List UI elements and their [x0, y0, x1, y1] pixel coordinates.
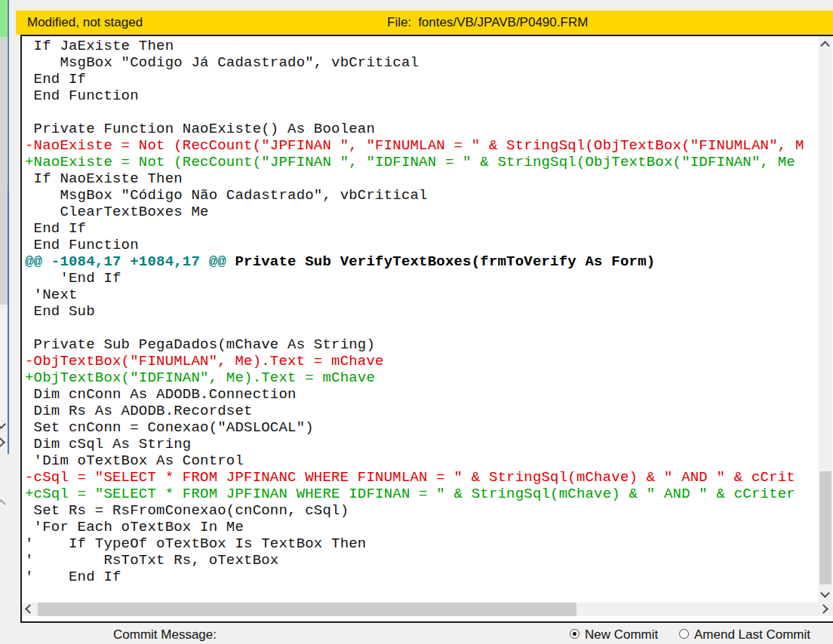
diff-line[interactable]: +NaoExiste = Not (RecCount("JPFINAN ", "… [25, 154, 819, 170]
diff-line[interactable]: +cSql = "SELECT * FROM JPFINAN WHERE IDF… [25, 486, 819, 502]
scroll-up-icon[interactable] [0, 499, 6, 509]
diff-line[interactable]: End Sub [25, 303, 819, 320]
diff-text-area[interactable]: If JaExiste Then MsgBox "Codigo Já Cadas… [22, 36, 819, 603]
file-status-label: Modified, not staged [27, 15, 143, 30]
diff-line[interactable]: Private Sub PegaDados(mChave As String) [25, 336, 819, 353]
diff-line[interactable]: +ObjTextBox("IDFINAN", Me).Text = mChave [25, 370, 819, 386]
diff-line[interactable]: 'Next [25, 287, 819, 303]
diff-header: Modified, not staged File:fontes/VB/JPAV… [16, 11, 833, 35]
diff-line[interactable]: @@ -1084,17 +1084,17 @@ Private Sub Veri… [25, 253, 819, 270]
file-path: fontes/VB/JPAVB/P0490.FRM [418, 15, 588, 29]
scroll-left-icon[interactable] [25, 604, 35, 614]
diff-line[interactable] [25, 320, 819, 336]
file-path-label: File:fontes/VB/JPAVB/P0490.FRM [387, 15, 588, 30]
scroll-right-icon[interactable] [819, 604, 828, 614]
diff-line[interactable]: Set Rs = RsFromConexao(cnConn, cSql) [25, 502, 819, 519]
diff-line[interactable]: ClearTextBoxes Me [25, 204, 819, 220]
horizontal-scrollbar-thumb[interactable] [38, 603, 576, 616]
diff-line[interactable]: MsgBox "Código Não Cadastrado", vbCritic… [25, 187, 819, 204]
new-commit-radio[interactable] [570, 629, 579, 639]
diff-line[interactable]: ' RsToTxt Rs, oTextBox [25, 552, 819, 569]
diff-line[interactable]: Dim Rs As ADODB.Recordset [25, 403, 819, 419]
diff-line[interactable]: -ObjTextBox("FINUMLAN", Me).Text = mChav… [25, 353, 819, 370]
amend-last-commit-radio[interactable] [679, 629, 689, 639]
scroll-right-icon[interactable] [0, 437, 5, 447]
scroll-down-icon[interactable] [0, 419, 6, 429]
diff-line[interactable]: Dim cnConn As ADODB.Connection [25, 386, 819, 403]
diff-line[interactable]: Private Function NaoExiste() As Boolean [25, 121, 819, 137]
diff-line[interactable]: -NaoExiste = Not (RecCount("JPFINAN ", "… [25, 137, 819, 154]
diff-horizontal-scrollbar[interactable] [22, 603, 833, 616]
commit-message-label: Commit Message: [113, 627, 217, 642]
diff-line[interactable]: Set cnConn = Conexao("ADSLOCAL") [25, 419, 819, 436]
diff-line[interactable]: ' End If [25, 569, 819, 585]
diff-line[interactable]: If JaExiste Then [25, 38, 819, 54]
diff-line[interactable]: -cSql = "SELECT * FROM JPFINANC WHERE FI… [25, 469, 819, 486]
diff-line[interactable]: 'End If [25, 270, 819, 287]
scroll-up-icon[interactable] [820, 41, 830, 51]
staged-file-icon[interactable] [0, 0, 8, 37]
diff-line[interactable]: End Function [25, 237, 819, 253]
diff-line[interactable]: 'For Each oTextBox In Me [25, 519, 819, 535]
vertical-scrollbar-thumb[interactable] [819, 471, 831, 584]
scroll-down-icon[interactable] [820, 588, 830, 598]
new-commit-radio-label[interactable]: New Commit [585, 627, 658, 642]
amend-last-commit-radio-label[interactable]: Amend Last Commit [694, 627, 810, 642]
unstaged-list-scrollbar-thumb[interactable] [0, 0, 8, 305]
diff-line[interactable]: End If [25, 220, 819, 237]
commit-area: Commit Message: New Commit Amend Last Co… [0, 623, 833, 644]
diff-line[interactable]: Dim cSql As String [25, 436, 819, 452]
diff-line[interactable]: 'Dim oTextBox As Control [25, 452, 819, 469]
diff-line[interactable]: ' If TypeOf oTextBox Is TextBox Then [25, 535, 819, 552]
diff-line[interactable] [25, 104, 819, 121]
diff-viewer: If JaExiste Then MsgBox "Codigo Já Cadas… [20, 35, 833, 623]
diff-vertical-scrollbar[interactable] [819, 36, 832, 603]
file-label: File: [387, 15, 411, 29]
diff-line[interactable]: End If [25, 71, 819, 87]
staged-panel-border [8, 0, 8, 187]
diff-line[interactable]: End Function [25, 87, 819, 104]
diff-line[interactable]: If NaoExiste Then [25, 170, 819, 187]
diff-line[interactable]: MsgBox "Codigo Já Cadastrado", vbCritica… [25, 54, 819, 71]
